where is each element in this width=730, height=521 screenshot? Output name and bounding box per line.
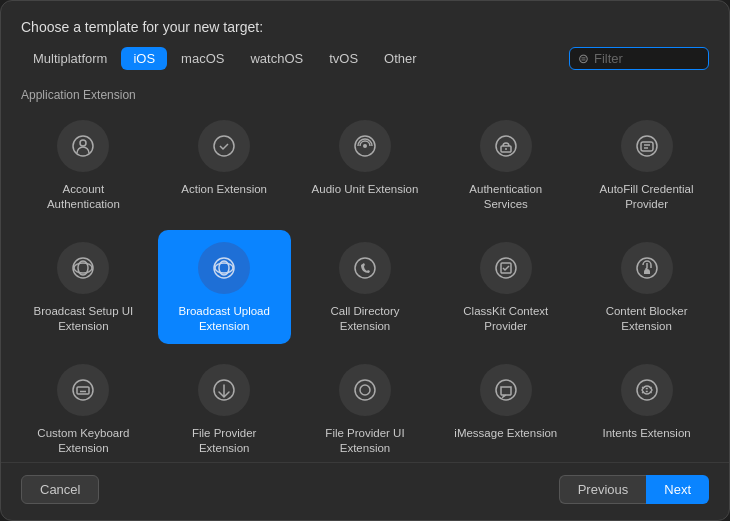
account-auth-icon: [57, 120, 109, 172]
item-broadcast-upload[interactable]: Broadcast Upload Extension: [158, 230, 291, 344]
item-label-account-auth: Account Authentication: [28, 182, 138, 212]
item-label-file-provider: File Provider Extension: [169, 426, 279, 456]
intents-icon: [621, 364, 673, 416]
svg-point-8: [637, 136, 657, 156]
svg-point-17: [215, 263, 233, 273]
svg-point-4: [363, 144, 367, 148]
imessage-icon: [480, 364, 532, 416]
item-intents[interactable]: Intents Extension: [580, 352, 713, 462]
svg-point-14: [74, 263, 92, 273]
audio-unit-icon: [339, 120, 391, 172]
items-grid: Account Authentication Action Extension …: [17, 108, 713, 462]
item-action-ext[interactable]: Action Extension: [158, 108, 291, 222]
item-label-file-provider-ui: File Provider UI Extension: [310, 426, 420, 456]
tab-watchos[interactable]: watchOS: [238, 47, 315, 70]
tab-tvos[interactable]: tvOS: [317, 47, 370, 70]
call-directory-icon: [339, 242, 391, 294]
action-ext-icon: [198, 120, 250, 172]
filter-input[interactable]: [594, 51, 700, 66]
item-label-content-blocker: Content Blocker Extension: [592, 304, 702, 334]
tab-multiplatform[interactable]: Multiplatform: [21, 47, 119, 70]
dialog: Choose a template for your new target: M…: [0, 0, 730, 521]
next-button[interactable]: Next: [646, 475, 709, 504]
item-call-directory[interactable]: Call Directory Extension: [299, 230, 432, 344]
section-label: Application Extension: [17, 80, 713, 108]
item-file-provider[interactable]: File Provider Extension: [158, 352, 291, 462]
svg-point-1: [80, 140, 86, 146]
svg-rect-9: [641, 142, 653, 151]
filter-icon: ⊜: [578, 51, 589, 66]
tab-other[interactable]: Other: [372, 47, 429, 70]
item-classkit[interactable]: ClassKit Context Provider: [439, 230, 572, 344]
nav-buttons: Previous Next: [559, 475, 709, 504]
broadcast-upload-icon: [198, 242, 250, 294]
tabs-row: Multiplatform iOS macOS watchOS tvOS Oth…: [21, 47, 709, 70]
item-content-blocker[interactable]: Content Blocker Extension: [580, 230, 713, 344]
svg-point-7: [505, 148, 507, 150]
previous-button[interactable]: Previous: [559, 475, 647, 504]
item-auth-services[interactable]: Authentication Services: [439, 108, 572, 222]
item-label-call-directory: Call Directory Extension: [310, 304, 420, 334]
content-area: Application Extension Account Authentica…: [1, 80, 729, 462]
cancel-button[interactable]: Cancel: [21, 475, 99, 504]
item-label-classkit: ClassKit Context Provider: [451, 304, 561, 334]
item-audio-unit[interactable]: Audio Unit Extension: [299, 108, 432, 222]
svg-rect-23: [77, 387, 89, 394]
svg-point-29: [355, 380, 375, 400]
custom-keyboard-icon: [57, 364, 109, 416]
item-broadcast-setup[interactable]: Broadcast Setup UI Extension: [17, 230, 150, 344]
item-file-provider-ui[interactable]: File Provider UI Extension: [299, 352, 432, 462]
broadcast-setup-icon: [57, 242, 109, 294]
tab-ios[interactable]: iOS: [121, 47, 167, 70]
tab-macos[interactable]: macOS: [169, 47, 236, 70]
svg-point-31: [637, 380, 657, 400]
dialog-footer: Cancel Previous Next: [1, 462, 729, 520]
content-blocker-icon: [621, 242, 673, 294]
classkit-icon: [480, 242, 532, 294]
item-label-imessage: iMessage Extension: [454, 426, 557, 441]
item-label-action-ext: Action Extension: [181, 182, 267, 197]
item-label-auth-services: Authentication Services: [451, 182, 561, 212]
autofill-icon: [621, 120, 673, 172]
file-provider-ui-icon: [339, 364, 391, 416]
svg-point-30: [496, 380, 516, 400]
svg-point-18: [355, 258, 375, 278]
item-label-broadcast-setup: Broadcast Setup UI Extension: [28, 304, 138, 334]
item-autofill[interactable]: AutoFill Credential Provider: [580, 108, 713, 222]
item-account-auth[interactable]: Account Authentication: [17, 108, 150, 222]
auth-services-icon: [480, 120, 532, 172]
svg-point-22: [73, 380, 93, 400]
item-label-audio-unit: Audio Unit Extension: [312, 182, 419, 197]
dialog-title: Choose a template for your new target:: [21, 19, 709, 35]
item-label-autofill: AutoFill Credential Provider: [592, 182, 702, 212]
svg-point-2: [214, 136, 234, 156]
item-label-intents: Intents Extension: [602, 426, 690, 441]
file-provider-icon: [198, 364, 250, 416]
dialog-header: Choose a template for your new target: M…: [1, 1, 729, 80]
item-label-broadcast-upload: Broadcast Upload Extension: [169, 304, 279, 334]
item-label-custom-keyboard: Custom Keyboard Extension: [28, 426, 138, 456]
item-imessage[interactable]: iMessage Extension: [439, 352, 572, 462]
filter-box: ⊜: [569, 47, 709, 70]
item-custom-keyboard[interactable]: Custom Keyboard Extension: [17, 352, 150, 462]
